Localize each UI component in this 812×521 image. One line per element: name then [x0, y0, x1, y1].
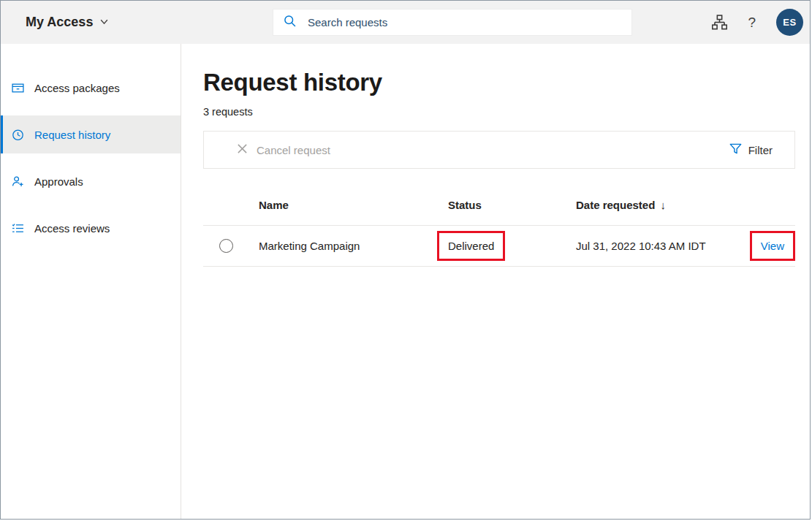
access-packages-icon [12, 81, 25, 94]
row-select-cell [203, 239, 259, 253]
row-status-cell: Delivered [437, 231, 576, 261]
row-radio-button[interactable] [219, 239, 233, 253]
request-table: Name Status Date requested ↓ Marketing C… [203, 185, 795, 267]
row-action-cell: View [750, 231, 795, 261]
avatar[interactable]: ES [776, 9, 803, 36]
status-value: Delivered [448, 240, 494, 252]
sidebar-item-label: Request history [34, 129, 110, 141]
my-access-portal: My Access [0, 0, 811, 520]
top-bar: My Access [1, 1, 810, 44]
approvals-icon [12, 175, 25, 188]
page-title: Request history [203, 69, 795, 96]
request-history-icon [12, 128, 25, 141]
sidebar-item-access-reviews[interactable]: Access reviews [1, 209, 181, 247]
sidebar: Access packages Request history [1, 44, 181, 519]
main-content: Request history 3 requests Cancel reques… [181, 44, 810, 519]
org-chart-icon[interactable] [712, 15, 727, 30]
sidebar-item-label: Approvals [34, 175, 83, 188]
search-box [273, 9, 632, 36]
app-title-menu[interactable]: My Access [26, 15, 109, 30]
cancel-request-button[interactable]: Cancel request [237, 143, 330, 156]
sidebar-item-label: Access reviews [34, 222, 110, 235]
close-icon [237, 143, 248, 156]
column-header-date[interactable]: Date requested ↓ [576, 199, 738, 211]
view-link[interactable]: View [761, 240, 784, 252]
access-reviews-icon [12, 221, 25, 235]
sidebar-item-request-history[interactable]: Request history [1, 115, 181, 153]
topbar-actions: ? ES [712, 1, 810, 44]
help-icon[interactable]: ? [748, 15, 756, 31]
annotation-box-view: View [750, 231, 795, 261]
search-input[interactable] [306, 15, 631, 29]
cancel-request-label: Cancel request [257, 144, 330, 156]
annotation-box-status: Delivered [437, 231, 505, 261]
request-count: 3 requests [203, 106, 795, 118]
row-date-cell: Jul 31, 2022 10:43 AM IDT [576, 240, 738, 252]
sidebar-item-access-packages[interactable]: Access packages [1, 69, 181, 107]
table-row[interactable]: Marketing Campaign Delivered Jul 31, 202… [203, 226, 795, 267]
column-header-status[interactable]: Status [437, 199, 576, 211]
sort-descending-icon: ↓ [660, 199, 666, 211]
command-bar: Cancel request Filter [203, 131, 795, 169]
filter-label: Filter [748, 144, 773, 156]
table-header-row: Name Status Date requested ↓ [203, 185, 795, 226]
sidebar-item-approvals[interactable]: Approvals [1, 162, 181, 200]
column-header-name[interactable]: Name [259, 199, 437, 211]
sidebar-item-label: Access packages [34, 82, 120, 94]
chevron-down-icon [99, 16, 109, 29]
filter-icon [729, 142, 742, 157]
row-name-cell: Marketing Campaign [259, 240, 437, 252]
app-title: My Access [26, 15, 93, 30]
filter-button[interactable]: Filter [729, 142, 773, 157]
search-icon [284, 15, 296, 30]
